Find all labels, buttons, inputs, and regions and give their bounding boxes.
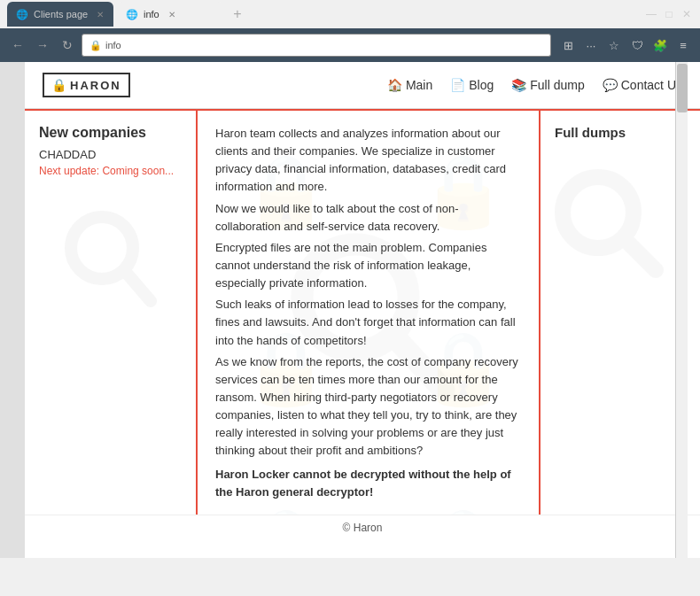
window-controls: — □ ✕	[645, 8, 693, 20]
close-button[interactable]: ✕	[681, 8, 693, 20]
collections-icon[interactable]: ⊞	[558, 35, 578, 55]
tab-info-close[interactable]: ✕	[168, 10, 175, 19]
para-3: Encrypted files are not the main problem…	[215, 239, 521, 292]
para-6: Haron Locker cannot be decrypted without…	[215, 466, 521, 501]
toolbar: ← → ↻ 🔒 info ⊞ ··· ☆ 🛡 🧩 ≡	[0, 28, 700, 62]
menu-icon[interactable]: ···	[581, 35, 601, 55]
contact-icon: 💬	[603, 78, 618, 92]
nav-contact[interactable]: 💬 Contact Us	[603, 78, 682, 92]
nav-main-label: Main	[406, 78, 432, 92]
tab-info[interactable]: 🌐 info ✕	[117, 2, 223, 27]
svg-line-5	[625, 239, 656, 270]
site-nav: 🔒 HARON 🏠 Main 📄 Blog 📚 Full dump 💬	[25, 62, 700, 109]
page-footer: © Haron	[25, 515, 700, 539]
right-panel-title: Full dumps	[555, 125, 686, 140]
content-area: New companies CHADDAD Next update: Comin…	[25, 109, 700, 515]
maximize-button[interactable]: □	[663, 8, 675, 20]
scrollbar-thumb[interactable]	[677, 64, 688, 112]
logo: 🔒 HARON	[43, 73, 130, 97]
star-icon[interactable]: ☆	[604, 35, 624, 55]
browser-chrome: 🌐 Clients page ✕ 🌐 info ✕ + — □ ✕ ← → ↻ …	[0, 0, 700, 62]
tab-clients[interactable]: 🌐 Clients page ✕	[7, 2, 113, 27]
logo-icon: 🔒	[51, 78, 66, 92]
tab-clients-label: Clients page	[34, 9, 88, 19]
dump-icon: 📚	[511, 78, 526, 92]
nav-main[interactable]: 🏠 Main	[387, 78, 432, 92]
nav-full-dump-label: Full dump	[530, 78, 584, 92]
logo-text: HARON	[70, 79, 121, 92]
toolbar-icons: ⊞ ··· ☆ 🛡 🧩 ≡	[558, 35, 693, 55]
tab-info-label: info	[144, 9, 159, 19]
scrollbar[interactable]	[675, 62, 688, 558]
nav-contact-label: Contact Us	[621, 78, 682, 92]
page-content: 🔒 HARON 🏠 Main 📄 Blog 📚 Full dump 💬	[25, 62, 700, 558]
minimize-button[interactable]: —	[645, 8, 657, 20]
next-update-value: Coming soon...	[102, 165, 174, 177]
address-text: info	[105, 40, 121, 50]
para-5: As we know from the reports, the cost of…	[215, 353, 521, 461]
main-text: Haron team collects and analyzes informa…	[198, 111, 541, 515]
tab-clients-close[interactable]: ✕	[97, 10, 104, 19]
tab-info-favicon: 🌐	[126, 9, 138, 20]
settings-icon[interactable]: ≡	[673, 35, 693, 55]
svg-point-4	[563, 177, 634, 248]
sidebar-watermark	[39, 204, 182, 322]
para-4: Such leaks of information lead to losses…	[215, 296, 521, 349]
new-tab-button[interactable]: +	[227, 4, 248, 25]
back-button[interactable]: ←	[7, 35, 28, 56]
sidebar-title: New companies	[39, 125, 182, 141]
address-bar[interactable]: 🔒 info	[82, 34, 551, 57]
refresh-button[interactable]: ↻	[57, 35, 78, 56]
shield-icon[interactable]: 🛡	[627, 35, 647, 55]
nav-full-dump[interactable]: 📚 Full dump	[511, 78, 584, 92]
nav-blog[interactable]: 📄 Blog	[450, 78, 494, 92]
tab-clients-favicon: 🌐	[16, 9, 28, 20]
next-update-label: Next update:	[39, 165, 99, 177]
blog-icon: 📄	[450, 78, 465, 92]
footer-text: © Haron	[343, 522, 383, 534]
para-1: Haron team collects and analyzes informa…	[215, 125, 521, 197]
title-bar: 🌐 Clients page ✕ 🌐 info ✕ + — □ ✕	[0, 0, 700, 28]
sidebar-company: CHADDAD	[39, 148, 182, 161]
nav-blog-label: Blog	[469, 78, 494, 92]
extensions-icon[interactable]: 🧩	[650, 35, 670, 55]
sidebar: New companies CHADDAD Next update: Comin…	[25, 111, 198, 515]
para-2: Now we would like to talk about the cost…	[215, 200, 521, 236]
forward-button[interactable]: →	[32, 35, 53, 56]
sidebar-update: Next update: Coming soon...	[39, 165, 182, 177]
home-icon: 🏠	[387, 78, 402, 92]
svg-line-1	[124, 270, 151, 301]
right-watermark	[549, 164, 665, 283]
nav-links: 🏠 Main 📄 Blog 📚 Full dump 💬 Contact Us	[387, 78, 682, 92]
